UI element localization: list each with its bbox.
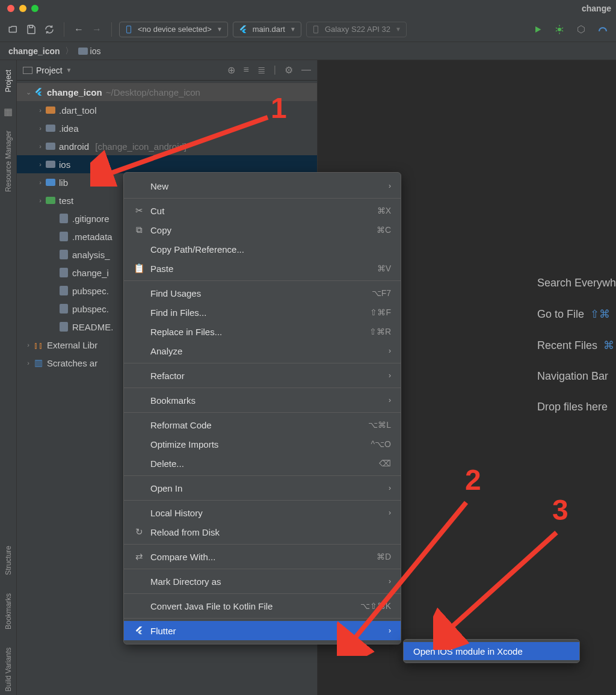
compare-icon: ⇄ <box>134 551 144 562</box>
save-icon[interactable] <box>24 22 38 37</box>
menu-item[interactable]: Local History› <box>124 503 401 522</box>
menu-item[interactable]: Open In› <box>124 478 401 498</box>
bookmarks-tab[interactable]: Bookmarks <box>3 590 14 633</box>
menu-item-shortcut: ⌥⌘L <box>368 420 391 430</box>
menu-item[interactable]: Refactor› <box>124 366 401 385</box>
resource-manager-tab[interactable]: Resource Manager <box>3 127 14 196</box>
folder-icon <box>78 48 88 55</box>
expand-all-icon[interactable]: ≡ <box>244 64 249 76</box>
menu-item[interactable]: 📋Paste⌘V <box>124 259 401 278</box>
gear-icon[interactable]: ⚙ <box>285 64 293 76</box>
tree-item[interactable]: ›android [change_icon_android] <box>17 137 317 155</box>
open-ios-xcode-menu-item[interactable]: Open iOS module in Xcode <box>404 642 579 660</box>
svg-point-3 <box>558 28 561 31</box>
chevron-right-icon: › <box>389 347 391 355</box>
window-controls <box>7 5 38 12</box>
hint-text: Go to File <box>537 308 584 321</box>
menu-item-label: Find Usages <box>150 288 366 298</box>
close-window-button[interactable] <box>7 5 14 12</box>
editor-hint: Recent Files⌘ <box>537 339 616 352</box>
menu-item[interactable]: Delete...⌫ <box>124 454 401 473</box>
structure-tab[interactable]: Structure <box>3 542 14 579</box>
emulator-selector[interactable]: Galaxy S22 API 32 ▼ <box>306 22 407 37</box>
menu-item[interactable]: ⧉Copy⌘C <box>124 220 401 239</box>
annotation-1: 1 <box>271 91 287 125</box>
expand-arrow-icon[interactable]: › <box>36 125 45 132</box>
menu-item[interactable]: ↻Reload from Disk <box>124 522 401 542</box>
menu-item[interactable]: New› <box>124 176 401 196</box>
menu-item[interactable]: Copy Path/Reference... <box>124 239 401 259</box>
expand-arrow-icon[interactable]: › <box>36 197 45 204</box>
tree-item[interactable]: ›ios <box>17 155 317 173</box>
expand-arrow-icon[interactable]: ⌄ <box>24 88 32 96</box>
tree-item-label: pubspec. <box>72 286 109 296</box>
menu-item[interactable]: Analyze› <box>124 341 401 360</box>
back-icon[interactable]: ← <box>72 22 86 37</box>
chevron-right-icon: › <box>389 371 391 380</box>
tree-item-extra: [change_icon_android] <box>93 141 186 152</box>
menu-item[interactable]: Optimize Imports^⌥O <box>124 434 401 454</box>
collapse-all-icon[interactable]: ≣ <box>257 64 265 76</box>
expand-arrow-icon[interactable]: › <box>24 341 32 348</box>
menu-item-label: Flutter <box>150 626 383 636</box>
chevron-down-icon: ▼ <box>290 26 296 32</box>
maximize-window-button[interactable] <box>31 5 38 12</box>
expand-arrow-icon[interactable]: › <box>24 359 32 366</box>
menu-item[interactable]: Find Usages⌥F7 <box>124 283 401 303</box>
project-tool-tab[interactable]: Project <box>3 66 14 96</box>
folder-icon <box>45 161 57 168</box>
breadcrumb-child[interactable]: ios <box>90 46 101 56</box>
menu-separator <box>124 593 401 594</box>
open-icon[interactable] <box>6 22 20 37</box>
cut-icon: ✂ <box>134 205 144 216</box>
breadcrumb-root[interactable]: change_icon <box>8 46 60 56</box>
svg-rect-2 <box>313 26 318 33</box>
menu-item-label: Refactor <box>150 371 383 381</box>
menu-item[interactable]: ⇄Compare With...⌘D <box>124 547 401 566</box>
device-selector[interactable]: <no device selected> ▼ <box>119 22 228 37</box>
chevron-down-icon: ▼ <box>217 26 223 32</box>
menu-item[interactable]: Mark Directory as› <box>124 572 401 591</box>
menu-item-label: Find in Files... <box>150 307 364 318</box>
menu-item[interactable]: Reformat Code⌥⌘L <box>124 415 401 434</box>
tree-item-label: .dart_tool <box>59 105 97 116</box>
build-variants-tab[interactable]: Build Variants <box>3 644 14 695</box>
sync-icon[interactable] <box>42 22 57 37</box>
chevron-right-icon: › <box>389 577 391 585</box>
run-config-label: main.dart <box>253 25 285 34</box>
menu-item-label: Open In <box>150 483 383 493</box>
tree-item-label: analysis_ <box>72 250 110 260</box>
coverage-icon[interactable]: ⬡ <box>574 22 588 37</box>
run-icon[interactable] <box>531 22 545 37</box>
menu-item[interactable]: Replace in Files...⇧⌘R <box>124 322 401 341</box>
menu-item[interactable]: Convert Java File to Kotlin File⌥⇧⌘K <box>124 596 401 616</box>
menu-item[interactable]: Find in Files...⇧⌘F <box>124 303 401 322</box>
menu-item[interactable]: Bookmarks› <box>124 391 401 410</box>
select-opened-icon[interactable]: ⊕ <box>227 64 235 76</box>
flutter-submenu: Open iOS module in Xcode <box>403 639 580 663</box>
tree-root-name: change_icon <box>47 87 102 97</box>
panel-title[interactable]: Project <box>36 66 63 75</box>
menu-separator <box>124 363 401 363</box>
forward-icon[interactable]: → <box>90 22 104 37</box>
minimize-window-button[interactable] <box>19 5 26 12</box>
flutter-icon <box>32 87 45 97</box>
hide-panel-icon[interactable]: — <box>301 64 311 76</box>
expand-arrow-icon[interactable]: › <box>36 179 45 186</box>
expand-arrow-icon[interactable]: › <box>36 143 45 150</box>
expand-arrow-icon[interactable]: › <box>36 107 45 114</box>
menu-item[interactable]: ✂Cut⌘X <box>124 201 401 220</box>
device-label: <no device selected> <box>138 25 212 34</box>
scratch-icon: ▥ <box>32 357 45 368</box>
menu-item-shortcut: ⇧⌘R <box>369 327 391 336</box>
menu-separator <box>124 412 401 413</box>
tool-window-bar-left: Project ▦ Resource Manager Structure Boo… <box>0 60 17 695</box>
folder-icon <box>45 125 57 132</box>
expand-arrow-icon[interactable]: › <box>36 161 45 168</box>
menu-item[interactable]: Flutter› <box>124 621 401 640</box>
debug-icon[interactable] <box>552 22 567 37</box>
run-config-selector[interactable]: main.dart ▼ <box>233 22 301 37</box>
hint-shortcut: ⇧⌘ <box>590 307 610 321</box>
chevron-down-icon[interactable]: ▼ <box>66 67 72 73</box>
profiler-icon[interactable] <box>596 22 610 37</box>
